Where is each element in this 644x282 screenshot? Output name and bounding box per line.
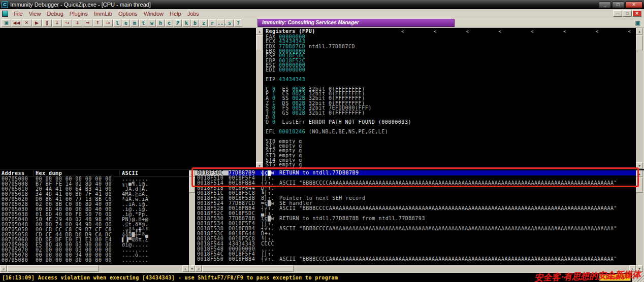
stack-vscrollbar[interactable]: ▲ ▼ <box>636 170 643 272</box>
header-arrow-icon[interactable]: < <box>401 29 404 34</box>
register-text: 32bit 7EFDD000(FFF) <box>305 105 371 110</box>
registers-vscrollbar[interactable]: ▲ ▼ <box>636 28 643 169</box>
menu-item-immlib[interactable]: ImmLib <box>91 10 115 18</box>
scroll-track[interactable] <box>636 177 643 265</box>
scroll-down-icon[interactable]: ▼ <box>636 162 643 169</box>
scroll-up-icon[interactable]: ▲ <box>636 170 643 177</box>
stack-value: 0018FBB4 <box>229 257 261 262</box>
animate-into-icon[interactable]: ⇓ <box>73 19 82 27</box>
scroll-up-icon[interactable]: ▲ <box>256 28 263 34</box>
step-over-icon[interactable]: ↪ <box>62 19 72 27</box>
toolbar-letter-w[interactable]: w <box>148 19 156 27</box>
scroll-track[interactable] <box>189 177 195 265</box>
resize-grip[interactable] <box>632 273 644 282</box>
header-arrow-icon[interactable]: < <box>498 29 501 34</box>
scroll-track[interactable] <box>202 265 629 272</box>
scroll-track[interactable] <box>7 265 182 272</box>
hexdump-hscrollbar[interactable]: ◄ ► <box>0 265 189 272</box>
pause-icon[interactable]: ‖ <box>42 19 52 27</box>
restart-icon[interactable]: ◀◀ <box>12 19 21 27</box>
hexdump-pane[interactable]: Address Hex dump ASCII 0070500000 00 00 … <box>0 170 189 272</box>
stack-hscrollbar[interactable]: ◄ ► <box>195 265 636 272</box>
stack-comment <box>279 211 636 216</box>
stack-comment <box>279 191 636 196</box>
toolbar-letter-m[interactable]: m <box>131 19 139 27</box>
open-file-icon[interactable]: ▣ <box>2 19 11 27</box>
menu-item-window[interactable]: Window <box>141 10 167 18</box>
toolbar-letter-h[interactable]: h <box>156 19 165 27</box>
scroll-track[interactable] <box>256 34 263 162</box>
toolbar-letter-z[interactable]: z <box>200 19 208 27</box>
scroll-up-icon[interactable]: ▲ <box>189 170 195 177</box>
toolbar-letter-P[interactable]: P <box>174 19 182 27</box>
header-arrow-icon[interactable]: < <box>563 29 566 34</box>
scroll-thumb[interactable] <box>256 35 263 50</box>
scroll-thumb[interactable] <box>636 35 643 50</box>
menu-item-help[interactable]: Help <box>167 10 184 18</box>
animate-over-icon[interactable]: ⇒ <box>83 19 92 27</box>
hexdump-vscrollbar[interactable]: ▲ ▼ <box>189 170 195 272</box>
scroll-up-icon[interactable]: ▲ <box>636 28 643 34</box>
hex-ascii: ....ö... <box>120 253 189 258</box>
disassembly-vscrollbar[interactable]: ▲ ▼ <box>256 28 263 169</box>
toolbar-letter-l[interactable]: l <box>113 19 121 27</box>
header-arrow-icon[interactable]: < <box>466 29 469 34</box>
step-into-icon[interactable]: ↓ <box>52 19 62 27</box>
run-icon[interactable]: ▶ <box>32 19 42 27</box>
scroll-right-icon[interactable]: ► <box>182 265 189 272</box>
menu-item-options[interactable]: Options <box>115 10 141 18</box>
scroll-thumb[interactable] <box>189 178 195 193</box>
header-arrow-icon[interactable]: < <box>628 29 631 34</box>
minimize-button[interactable]: _ <box>599 2 611 8</box>
menu-item-debug[interactable]: Debug <box>44 10 66 18</box>
scroll-right-icon[interactable]: ► <box>629 265 636 272</box>
toolbar-letter-buttons: lemtwhcPkbzr...s? <box>113 19 243 27</box>
header-arrow-icon[interactable]: < <box>434 29 436 34</box>
registers-pane[interactable]: Registers (FPU) <<<<<<<< EAX 00000000ECX… <box>263 28 636 169</box>
immunity-chat-icon[interactable]: ▣ <box>634 19 641 27</box>
toolbar-letter-s[interactable]: s <box>226 19 234 27</box>
toolbar-letter-b[interactable]: b <box>191 19 199 27</box>
close-button[interactable]: ✕ <box>625 2 642 8</box>
toolbar-letter-t[interactable]: t <box>139 19 147 27</box>
toolbar-letter-k[interactable]: k <box>182 19 190 27</box>
scroll-track[interactable] <box>636 34 643 162</box>
scroll-thumb[interactable] <box>636 178 643 193</box>
toolbar-letter-dotsdotsdots[interactable]: ... <box>217 19 225 27</box>
header-arrow-icon[interactable]: < <box>596 29 598 34</box>
toolbar-letter-?[interactable]: ? <box>234 19 242 27</box>
scroll-down-icon[interactable]: ▼ <box>636 265 643 272</box>
disassembly-pane[interactable] <box>0 28 256 169</box>
stack-chars: ┤√↑. <box>261 257 279 262</box>
scroll-left-icon[interactable]: ◄ <box>195 265 202 272</box>
register-line: ST2 empty g <box>266 148 636 153</box>
execute-till-return-icon[interactable]: ↑ <box>93 19 103 27</box>
scroll-down-icon[interactable]: ▼ <box>189 265 195 272</box>
hex-ascii: PN)@.H÷@ <box>120 217 189 222</box>
close-program-icon[interactable]: ✕ <box>22 19 31 27</box>
toolbar-letter-c[interactable]: c <box>165 19 173 27</box>
stack-comment <box>279 221 636 226</box>
toolbar-letter-e[interactable]: e <box>122 19 130 27</box>
menu-item-plugins[interactable]: Plugins <box>67 10 91 18</box>
menu-item-jobs[interactable]: Jobs <box>184 10 202 18</box>
hexdump-row[interactable]: 0070508000 00 00 00 00 00 00 00........ <box>0 258 189 263</box>
scroll-thumb[interactable] <box>7 265 99 272</box>
toolbar-letter-r[interactable]: r <box>208 19 216 27</box>
mdi-close-button[interactable]: ✕ <box>632 10 641 17</box>
mdi-restore-button[interactable]: □ <box>623 10 632 17</box>
goto-icon[interactable]: → <box>103 19 113 27</box>
scroll-thumb[interactable] <box>202 265 294 272</box>
stack-row[interactable]: 0018F5500018FBB4┤√↑.ASCII "BBBBCCCCAAAAA… <box>195 257 636 262</box>
scroll-down-icon[interactable]: ▼ <box>256 162 263 169</box>
titlebar[interactable]: C Immunity Debugger - QuickZip.exe - [CP… <box>0 0 644 9</box>
menu-item-file[interactable]: File <box>11 10 26 18</box>
toolbar-icons: ▣◀◀✕▶‖↓↪⇓⇒↑→ <box>2 19 113 27</box>
scroll-left-icon[interactable]: ◄ <box>0 265 7 272</box>
stack-pane[interactable]: 0018F50C77DB87B9╣ç█wRETURN to ntdll.77DB… <box>195 170 636 272</box>
mdi-minimize-button[interactable]: — <box>613 10 622 17</box>
header-arrow-icon[interactable]: < <box>531 29 533 34</box>
maximize-button[interactable]: □ <box>612 2 624 8</box>
menu-item-view[interactable]: View <box>26 10 44 18</box>
register-line: C 0 ES 002B 32bit 0(FFFFFFFF) <box>266 87 636 91</box>
